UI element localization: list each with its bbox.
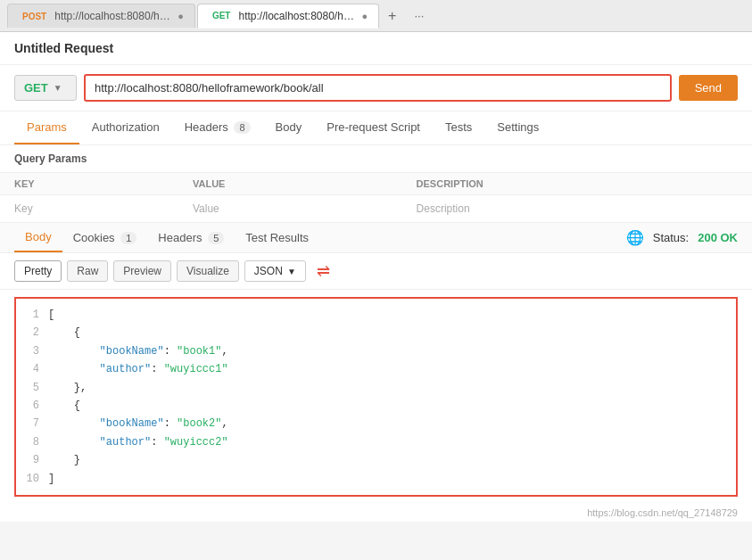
code-output: 1 [ 2 { 3 "bookName": "book1", 4 "author…	[14, 297, 738, 497]
response-format-bar: Pretty Raw Preview Visualize JSON ▼ ⇌	[0, 253, 752, 290]
key-placeholder[interactable]: Key	[0, 195, 178, 223]
chevron-down-icon: ▼	[54, 83, 62, 93]
code-line-9: 9 }	[23, 451, 729, 469]
format-type-dropdown[interactable]: JSON ▼	[244, 260, 306, 282]
code-bracket: },	[48, 379, 729, 397]
line-number: 10	[23, 470, 48, 488]
params-table: KEY VALUE DESCRIPTION Key Value Descript…	[0, 172, 752, 223]
code-bracket: {	[48, 324, 729, 342]
code-line-4: 4 "author": "wuyiccc1"	[23, 360, 729, 378]
code-kv: "bookName": "book2",	[48, 415, 729, 432]
url-input-wrapper	[84, 74, 672, 102]
cookies-badge: 1	[120, 232, 136, 244]
chevron-down-icon: ▼	[287, 267, 296, 276]
code-line-6: 6 {	[23, 397, 729, 415]
line-number: 9	[23, 451, 48, 469]
code-line-3: 3 "bookName": "book1",	[23, 342, 729, 360]
tab-body[interactable]: Body	[263, 111, 315, 144]
key-column-header: KEY	[0, 173, 178, 195]
tab-get-close[interactable]: ●	[361, 11, 368, 21]
code-kv: "bookName": "book1",	[48, 342, 729, 360]
description-column-header: DESCRIPTION	[402, 173, 752, 195]
format-type-label: JSON	[254, 265, 283, 277]
line-number: 6	[23, 397, 48, 415]
tab-get[interactable]: GET http://localhost:8080/hellofram... ●	[197, 4, 379, 29]
main-content: Untitled Request GET ▼ Send Params Autho…	[0, 32, 752, 522]
code-line-1: 1 [	[23, 306, 729, 324]
code-line-5: 5 },	[23, 379, 729, 397]
resp-headers-badge: 5	[208, 232, 224, 244]
code-kv: "author": "wuyiccc1"	[48, 360, 729, 378]
method-label: GET	[24, 81, 48, 95]
url-bar: GET ▼ Send	[0, 65, 752, 111]
line-number: 3	[23, 342, 48, 360]
code-line-2: 2 {	[23, 324, 729, 342]
line-number: 5	[23, 379, 48, 397]
send-button[interactable]: Send	[679, 75, 738, 101]
format-preview-button[interactable]: Preview	[113, 260, 171, 282]
tab-tests[interactable]: Tests	[433, 111, 484, 144]
format-raw-button[interactable]: Raw	[67, 260, 108, 282]
code-bracket: }	[48, 451, 729, 469]
resp-tab-body[interactable]: Body	[14, 223, 62, 252]
code-line-10: 10 ]	[23, 470, 729, 488]
status-label: Status:	[653, 231, 689, 244]
request-tabs: Params Authorization Headers 8 Body Pre-…	[0, 111, 752, 145]
request-title: Untitled Request	[0, 32, 752, 65]
value-placeholder[interactable]: Value	[178, 195, 402, 223]
method-dropdown[interactable]: GET ▼	[14, 75, 77, 101]
value-column-header: VALUE	[178, 173, 402, 195]
code-line-7: 7 "bookName": "book2",	[23, 415, 729, 432]
code-bracket: ]	[48, 470, 729, 488]
headers-badge: 8	[234, 121, 250, 134]
code-kv: "author": "wuyiccc2"	[48, 433, 729, 451]
tab-get-url: http://localhost:8080/hellofram...	[238, 10, 354, 22]
tab-headers[interactable]: Headers 8	[172, 111, 263, 144]
tab-post-url: http://localhost:8080/hellofra...	[54, 10, 170, 22]
code-bracket: {	[48, 397, 729, 415]
globe-icon: 🌐	[626, 229, 644, 246]
response-status-area: 🌐 Status: 200 OK	[626, 229, 738, 246]
line-number: 2	[23, 324, 48, 342]
resp-tab-headers[interactable]: Headers 5	[147, 224, 235, 251]
resp-tab-cookies[interactable]: Cookies 1	[62, 224, 148, 251]
status-value: 200 OK	[698, 231, 738, 244]
add-tab-button[interactable]: +	[381, 4, 403, 28]
tab-post-close[interactable]: ●	[178, 11, 184, 21]
line-number: 8	[23, 433, 48, 451]
url-input[interactable]	[95, 81, 661, 95]
format-visualize-button[interactable]: Visualize	[177, 260, 239, 282]
format-pretty-button[interactable]: Pretty	[14, 260, 62, 282]
line-number: 4	[23, 360, 48, 378]
tab-pre-request[interactable]: Pre-request Script	[314, 111, 433, 144]
watermark: https://blog.csdn.net/qq_27148729	[0, 504, 752, 522]
params-placeholder-row: Key Value Description	[0, 195, 752, 223]
tab-authorization[interactable]: Authorization	[79, 111, 172, 144]
tab-params[interactable]: Params	[14, 111, 79, 144]
response-tabs-bar: Body Cookies 1 Headers 5 Test Results 🌐 …	[0, 223, 752, 253]
tab-post[interactable]: POST http://localhost:8080/hellofra... ●	[7, 4, 195, 28]
post-method-badge: POST	[19, 11, 50, 22]
resp-tab-test-results[interactable]: Test Results	[235, 224, 319, 251]
description-placeholder[interactable]: Description	[402, 195, 752, 223]
line-number: 7	[23, 415, 48, 432]
get-method-badge: GET	[209, 10, 235, 21]
query-params-title: Query Params	[0, 145, 752, 172]
tab-bar: POST http://localhost:8080/hellofra... ●…	[0, 0, 752, 32]
code-line-8: 8 "author": "wuyiccc2"	[23, 433, 729, 451]
wrap-icon[interactable]: ⇌	[317, 261, 330, 281]
code-bracket: [	[48, 306, 729, 324]
tab-settings[interactable]: Settings	[484, 111, 551, 144]
more-tabs-button[interactable]: ···	[407, 5, 431, 26]
line-number: 1	[23, 306, 48, 324]
